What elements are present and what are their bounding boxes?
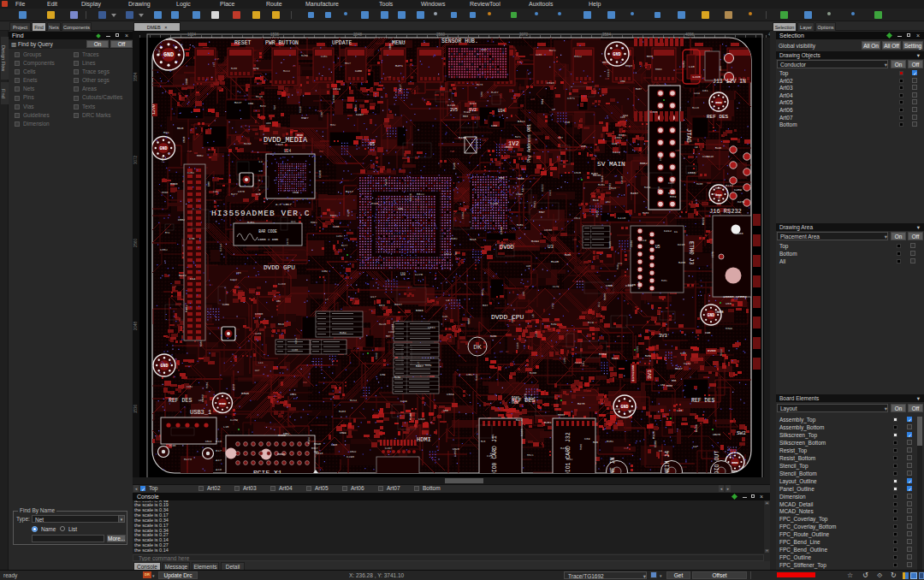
svg-text:R492: R492 [475, 374, 478, 381]
svg-text:R272: R272 [260, 105, 266, 108]
svg-text:GND: GND [319, 151, 323, 153]
svg-text:R430: R430 [459, 136, 467, 139]
svg-text:C325: C325 [409, 193, 412, 201]
svg-text:C589: C589 [447, 393, 454, 396]
svg-text:C483: C483 [453, 450, 457, 457]
svg-text:A2: A2 [345, 261, 348, 263]
svg-text:C393: C393 [275, 143, 283, 146]
svg-text:R522: R522 [417, 192, 424, 196]
svg-text:2V5: 2V5 [450, 108, 458, 113]
svg-text:C306: C306 [606, 284, 613, 287]
svg-text:DVDD: DVDD [500, 244, 514, 251]
svg-text:R227: R227 [234, 101, 241, 104]
svg-text:R177: R177 [341, 245, 347, 247]
svg-text:R471: R471 [395, 64, 404, 68]
svg-text:U7: U7 [713, 433, 716, 436]
svg-text:GND: GND [264, 143, 268, 145]
svg-text:PWR: PWR [317, 110, 322, 113]
svg-text:REF DES: REF DES [707, 114, 729, 120]
svg-text:C371: C371 [567, 97, 576, 100]
svg-text:R425: R425 [379, 323, 386, 326]
svg-text:R251: R251 [247, 221, 255, 224]
svg-text:R488: R488 [736, 232, 743, 235]
svg-text:1V8: 1V8 [387, 76, 391, 79]
svg-text:C585: C585 [628, 409, 635, 412]
svg-text:R217: R217 [346, 190, 353, 193]
svg-text:C81: C81 [582, 361, 585, 366]
svg-text:R471: R471 [515, 136, 521, 139]
svg-text:1536: 1536 [133, 404, 138, 413]
svg-text:C460: C460 [354, 104, 358, 111]
svg-text:3584: 3584 [133, 72, 138, 81]
svg-text:HDMI: HDMI [417, 436, 431, 443]
svg-text:R568: R568 [170, 182, 178, 186]
svg-text:DVDD_CPU: DVDD_CPU [491, 313, 524, 321]
svg-text:Phy Address 001: Phy Address 001 [527, 124, 532, 163]
svg-text:R221: R221 [702, 216, 705, 225]
svg-text:R74: R74 [712, 192, 717, 196]
svg-text:C479: C479 [737, 200, 744, 204]
svg-text:R360: R360 [162, 191, 169, 194]
svg-text:C83: C83 [523, 291, 525, 296]
svg-text:U5: U5 [655, 245, 660, 249]
svg-text:C213: C213 [607, 68, 610, 77]
svg-text:C93: C93 [398, 207, 403, 210]
svg-text:U19: U19 [612, 142, 617, 145]
svg-text:USB3_1: USB3_1 [190, 409, 211, 416]
svg-text:C18: C18 [565, 121, 570, 124]
svg-text:$37N2365: $37N2365 [631, 364, 635, 382]
svg-text:R321: R321 [518, 120, 525, 123]
svg-text:R289: R289 [244, 142, 251, 145]
svg-text:C320: C320 [574, 171, 581, 175]
svg-text:R340: R340 [314, 442, 321, 446]
svg-text:L10: L10 [677, 409, 682, 412]
svg-text:C422: C422 [230, 278, 237, 281]
svg-text:C538: C538 [544, 228, 553, 232]
svg-text:R302: R302 [668, 192, 676, 195]
svg-text:R331: R331 [533, 201, 536, 208]
svg-text:R398: R398 [512, 395, 519, 399]
svg-text:C540: C540 [620, 175, 624, 184]
svg-text:C160: C160 [292, 349, 298, 352]
svg-text:1V8: 1V8 [499, 163, 503, 165]
svg-text:JTAG: JTAG [685, 128, 692, 143]
svg-text:U59: U59 [620, 80, 625, 83]
svg-text:16mm X 6mm: 16mm X 6mm [258, 238, 279, 241]
svg-text:R332: R332 [566, 459, 572, 461]
svg-text:R386: R386 [200, 340, 203, 346]
svg-text:C61: C61 [702, 89, 708, 92]
svg-text:R178: R178 [477, 84, 483, 86]
svg-text:PWR: PWR [187, 151, 192, 153]
svg-text:ETH0 J3: ETH0 J3 [688, 241, 694, 264]
svg-text:R525: R525 [177, 127, 184, 130]
svg-text:L7: L7 [325, 298, 329, 301]
svg-text:R272: R272 [179, 274, 187, 277]
svg-text:PWR: PWR [450, 151, 454, 153]
svg-text:C179: C179 [553, 285, 560, 288]
svg-text:C30: C30 [680, 352, 686, 355]
svg-text:R91: R91 [163, 131, 170, 134]
svg-text:2048: 2048 [133, 321, 138, 330]
svg-text:C566: C566 [688, 171, 696, 175]
svg-text:GND: GND [624, 447, 628, 450]
svg-text:C436: C436 [255, 333, 261, 335]
svg-text:R35: R35 [672, 380, 676, 382]
svg-text:C252: C252 [552, 303, 554, 309]
svg-text:R246: R246 [158, 50, 161, 56]
svg-text:PWR BUTTON: PWR BUTTON [265, 40, 299, 46]
svg-text:A20: A20 [530, 98, 535, 101]
svg-text:C433: C433 [536, 54, 542, 56]
svg-text:R260: R260 [169, 444, 176, 447]
svg-text:C414: C414 [613, 407, 620, 411]
svg-text:GND: GND [708, 313, 715, 317]
svg-text:R417: R417 [399, 84, 402, 92]
svg-text:R312: R312 [720, 349, 723, 356]
svg-text:UPDATE: UPDATE [332, 40, 352, 46]
svg-text:R24: R24 [593, 198, 599, 202]
svg-text:C283: C283 [654, 441, 657, 447]
svg-text:J13 12V IN: J13 12V IN [713, 79, 746, 85]
svg-text:C497: C497 [356, 113, 364, 116]
svg-text:R359: R359 [599, 352, 607, 356]
svg-text:R201: R201 [205, 382, 209, 388]
svg-text:C48: C48 [442, 315, 447, 318]
